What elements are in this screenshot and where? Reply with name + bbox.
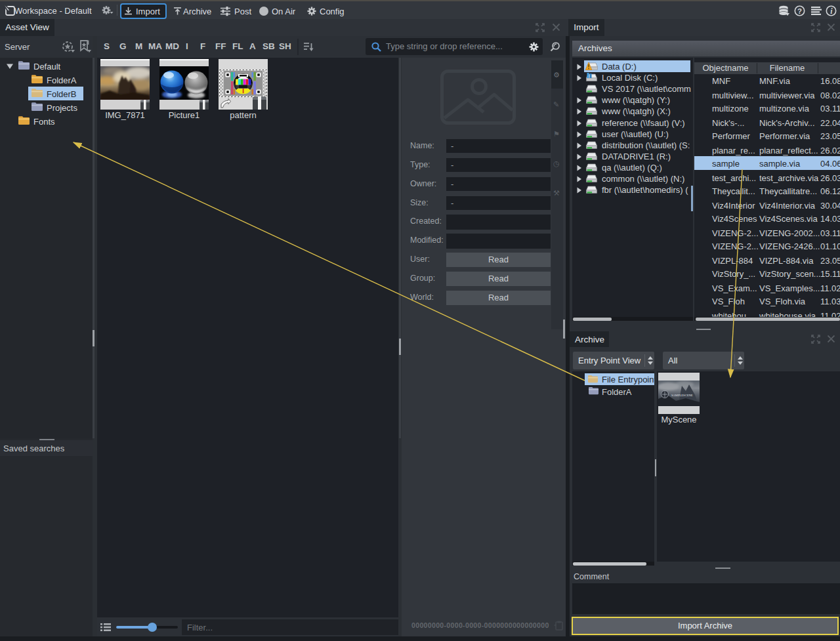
svg-text:i: i: [830, 7, 833, 16]
svg-text:?: ?: [797, 7, 802, 15]
svg-text:SAMPLESCENE: SAMPLESCENE: [671, 394, 693, 397]
